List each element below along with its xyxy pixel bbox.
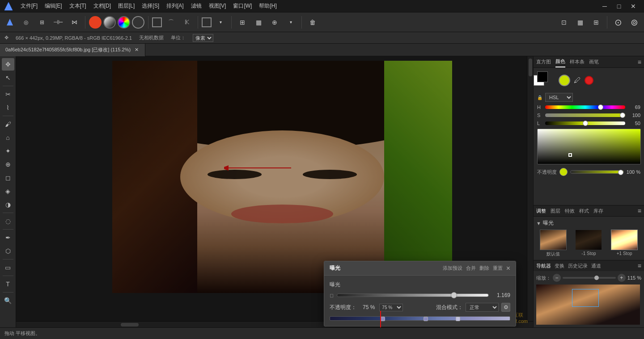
- right-tab2-styles[interactable]: 样式: [579, 206, 589, 216]
- exposure-thumb-default[interactable]: 默认值: [536, 230, 570, 257]
- toolbar-layers-panel-btn[interactable]: ⊡: [557, 15, 571, 29]
- tool-clone[interactable]: ✦: [2, 145, 14, 157]
- toolbar-affinity-btn[interactable]: [3, 15, 17, 29]
- toolbar-macro-btn[interactable]: ⊕: [267, 15, 282, 29]
- tool-select[interactable]: ↖: [2, 71, 14, 84]
- right-tab2-layers[interactable]: 图层: [551, 206, 560, 216]
- color-mode-select[interactable]: HSL RGB CMYK: [545, 93, 573, 102]
- menu-document[interactable]: 文档[D]: [90, 0, 114, 12]
- menu-filters[interactable]: 滤镜: [187, 0, 205, 12]
- menu-text[interactable]: 文本[T]: [66, 0, 90, 12]
- toolbar-nav-btn[interactable]: ⊙: [611, 15, 625, 29]
- tab-close-btn[interactable]: ✕: [133, 47, 140, 53]
- canvas-area[interactable]: 曝光 添加预设 合并 删除 重置 × 曝光 ◻ 1.16: [16, 56, 533, 327]
- modal-merge-btn[interactable]: 合并: [466, 265, 476, 272]
- l-slider-thumb[interactable]: [583, 121, 588, 126]
- gradient-thumb-1[interactable]: [381, 317, 385, 321]
- toolbar-tone2-btn[interactable]: [132, 16, 144, 29]
- toolbar-lasso-btn[interactable]: ⌒: [164, 15, 178, 29]
- tool-retouch[interactable]: ◈: [2, 185, 14, 197]
- toolbar-bw-btn[interactable]: [103, 16, 116, 29]
- tool-text[interactable]: T: [2, 278, 14, 290]
- tool-blur[interactable]: ◌: [2, 215, 14, 227]
- toolbar-rect2-btn[interactable]: [202, 17, 212, 27]
- right-tab-swatches[interactable]: 样本条: [570, 57, 585, 67]
- opacity-dropdown[interactable]: 75 % 100 % 50 %: [379, 304, 403, 311]
- l-slider-track[interactable]: [545, 121, 625, 125]
- window-close-btn[interactable]: ✕: [626, 0, 640, 13]
- window-minimize-btn[interactable]: ─: [597, 0, 612, 13]
- menu-select[interactable]: 选择[S]: [138, 0, 163, 12]
- tool-crop[interactable]: ✂: [2, 88, 14, 100]
- blend-settings-btn[interactable]: ⚙: [501, 303, 510, 312]
- right-tab-histogram[interactable]: 直方图: [536, 57, 551, 67]
- tool-smudge[interactable]: ⌂: [2, 131, 14, 144]
- toolbar-personas-btn[interactable]: ◎: [19, 15, 33, 29]
- exposure-slider-track[interactable]: [337, 293, 489, 297]
- nav-tab-channels[interactable]: 通道: [591, 263, 601, 269]
- exposure-slider-thumb[interactable]: [451, 292, 457, 298]
- toolbar-hsl-btn[interactable]: [118, 16, 130, 29]
- tool-straighten[interactable]: ⌇: [2, 101, 14, 114]
- right-tab2-adjust[interactable]: 调整: [536, 206, 546, 216]
- toolbar-share-btn[interactable]: ⋈: [67, 15, 81, 29]
- nav-preview[interactable]: [536, 285, 640, 325]
- tool-heal[interactable]: ⊕: [2, 158, 14, 171]
- right-tab2-library[interactable]: 库存: [593, 206, 603, 216]
- tool-node[interactable]: ⬡: [2, 245, 14, 257]
- menu-file[interactable]: 文件[F]: [17, 0, 41, 12]
- menu-window[interactable]: 窗口[W]: [229, 0, 255, 12]
- color-circle[interactable]: [559, 75, 570, 86]
- gradient-thumb-3[interactable]: [456, 317, 460, 321]
- nav-viewport-rect[interactable]: [572, 289, 599, 307]
- modal-delete-btn[interactable]: 删除: [479, 265, 489, 272]
- s-slider-thumb[interactable]: [620, 113, 625, 118]
- right-tab2-effects[interactable]: 特效: [565, 206, 575, 216]
- right-panel2-menu-btn[interactable]: ≡: [638, 207, 641, 214]
- tool-erase[interactable]: ◻: [2, 172, 14, 184]
- menu-arrange[interactable]: 排列[A]: [163, 0, 187, 12]
- toolbar-tone-btn[interactable]: ⊣⊢: [51, 15, 65, 29]
- modal-reset-btn[interactable]: 重置: [493, 265, 503, 272]
- blend-mode-select[interactable]: 正常 叠加 正片叠底: [466, 303, 499, 312]
- toolbar-develop-btn[interactable]: ⊞: [35, 15, 49, 29]
- toolbar-grid-btn[interactable]: ⊞: [235, 15, 250, 29]
- opacity-slider[interactable]: [570, 170, 624, 174]
- menu-edit[interactable]: 编辑[E]: [41, 0, 66, 12]
- toolbar-dropdown-btn[interactable]: ▾: [213, 15, 228, 29]
- toolbar-r3-btn[interactable]: ⊞: [589, 15, 603, 29]
- fg-swatch[interactable]: [537, 71, 548, 82]
- toolbar-wand-btn[interactable]: 𝕂: [180, 15, 194, 29]
- h-slider-track[interactable]: [545, 105, 625, 109]
- color-picker-gradient[interactable]: [537, 129, 641, 164]
- nav-tab-history[interactable]: 历史记录: [568, 263, 588, 269]
- tool-paint[interactable]: 🖌: [2, 118, 14, 130]
- nav-tab-navigator[interactable]: 导航器: [536, 263, 551, 269]
- modal-add-preset-btn[interactable]: 添加预设: [443, 265, 462, 272]
- s-slider-track[interactable]: [545, 113, 625, 117]
- tool-zoom-out[interactable]: 🔍: [2, 294, 14, 307]
- tool-move[interactable]: ✥: [2, 58, 14, 71]
- tool-shape[interactable]: ▭: [2, 261, 14, 274]
- window-maximize-btn[interactable]: □: [612, 0, 626, 13]
- zoom-minus-btn[interactable]: −: [553, 274, 561, 282]
- right-tab-color[interactable]: 颜色: [555, 56, 565, 67]
- toolbar-grid2-btn[interactable]: ▦: [251, 15, 266, 29]
- nav-tab-transform[interactable]: 变换: [555, 263, 564, 269]
- exposure-thumb-plus1[interactable]: +1 Stop: [607, 230, 641, 257]
- gradient-bar[interactable]: [330, 316, 510, 321]
- zoom-slider[interactable]: [563, 277, 616, 279]
- toolbar-trash-btn[interactable]: 🗑: [305, 15, 320, 29]
- zoom-plus-btn[interactable]: +: [618, 274, 626, 282]
- gradient-thumb-2[interactable]: [424, 317, 428, 321]
- toolbar-macro2-btn[interactable]: ▾: [284, 15, 298, 29]
- red-swatch[interactable]: [585, 76, 593, 85]
- exposure-thumb-minus1[interactable]: -1 Stop: [572, 230, 606, 257]
- toolbar-color-wheel-btn[interactable]: [89, 16, 102, 29]
- tool-pen[interactable]: ✒: [2, 231, 14, 244]
- h-slider-thumb[interactable]: [598, 105, 603, 110]
- zoom-slider-thumb[interactable]: [594, 276, 599, 280]
- nav-panel-menu-btn[interactable]: ≡: [638, 262, 641, 269]
- toolbar-r2-btn[interactable]: ▦: [573, 15, 587, 29]
- tool-dodge[interactable]: ◑: [2, 198, 14, 211]
